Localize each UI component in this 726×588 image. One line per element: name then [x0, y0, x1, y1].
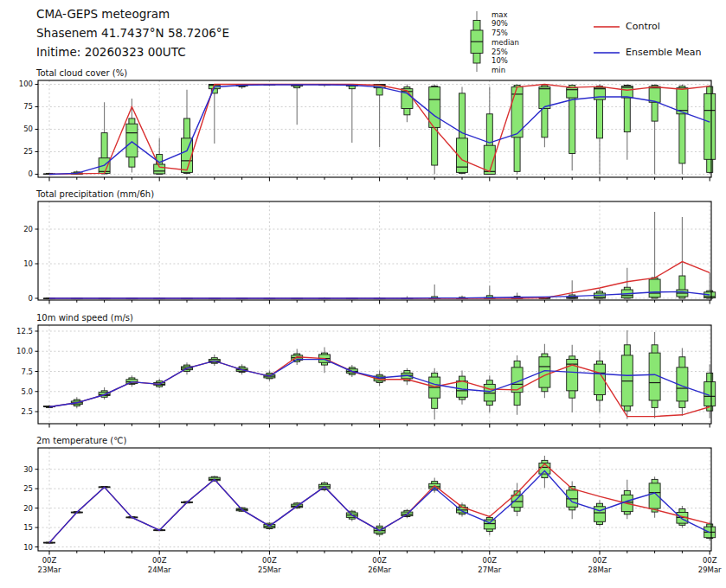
panel-title-precip: Total precipitation (mm/6h) — [35, 189, 154, 199]
control-line-precip — [49, 262, 710, 298]
legend-percentile-label: 25% — [491, 48, 508, 56]
x-tick-hour-label: 00Z — [262, 556, 277, 565]
y-tick-label: 25 — [23, 484, 33, 493]
box-plot — [154, 138, 165, 175]
box-plot — [704, 86, 716, 175]
box-plot — [594, 501, 606, 527]
box-plot — [649, 212, 660, 298]
box-plot — [677, 84, 688, 174]
legend: max90%75%median25%10%min — [471, 10, 620, 74]
box-plot — [457, 502, 468, 516]
y-tick-label: 10 — [23, 259, 33, 268]
y-axis-wind: 2.55.07.510.012.5 — [16, 327, 38, 416]
figure-inittime: Initime: 20260323 00UTC — [36, 45, 186, 59]
y-tick-label: 7.5 — [21, 368, 33, 376]
x-tick-hour-label: 00Z — [42, 556, 57, 565]
y-tick-label: 15 — [23, 523, 33, 532]
x-axis-cloud — [49, 177, 710, 182]
box-plot — [677, 348, 688, 416]
panel-temp: 10152025302m temperature (℃)00Z23Mar00Z2… — [23, 436, 722, 574]
box-plot — [209, 355, 220, 366]
box-plot — [209, 84, 220, 144]
x-tick-hour-label: 00Z — [593, 556, 607, 565]
figure-title: CMA-GEPS meteogram — [36, 7, 170, 21]
panel-title-cloud: Total cloud cover (%) — [35, 68, 127, 78]
panel-precip: 01020Total precipitation (mm/6h) — [23, 189, 716, 304]
y-tick-label: 50 — [23, 125, 33, 133]
x-tick-hour-label: 00Z — [152, 556, 167, 565]
box-plot — [126, 375, 138, 387]
box-plot — [346, 84, 357, 143]
box-plot — [539, 456, 550, 488]
legend-percentile-label: 10% — [491, 56, 508, 65]
y-tick-label: 30 — [23, 465, 33, 474]
panel-cloud: 0255075100Total cloud cover (%) — [19, 68, 716, 182]
meteogram-figure: 0255075100Total cloud cover (%)01020Tota… — [0, 0, 726, 588]
box-plot — [374, 84, 385, 147]
legend-control-label: Control — [626, 21, 660, 32]
x-tick-date-label: 25Mar — [258, 566, 281, 574]
x-axis-wind — [49, 424, 710, 428]
x-tick-hour-label: 00Z — [372, 556, 387, 565]
grid-cloud — [38, 80, 711, 177]
meteogram-chart: 0255075100Total cloud cover (%)01020Tota… — [0, 0, 726, 588]
legend-percentile-label: 90% — [491, 19, 508, 28]
box-plot — [126, 99, 138, 172]
box-plot — [594, 350, 606, 412]
box-plot — [567, 84, 578, 170]
box-plot — [539, 84, 550, 147]
x-tick-hour-label: 00Z — [703, 556, 717, 565]
box-plot — [429, 368, 440, 420]
box-plot — [621, 84, 633, 159]
box-plot — [292, 84, 303, 125]
x-tick-date-label: 29Mar — [698, 566, 722, 574]
box-plot — [567, 482, 578, 520]
y-tick-label: 75 — [23, 102, 33, 111]
box-plot — [429, 284, 440, 298]
y-tick-label: 100 — [19, 80, 33, 88]
x-tick-date-label: 28Mar — [588, 566, 612, 574]
box-plot — [457, 371, 468, 405]
legend-percentile-label: min — [491, 66, 505, 74]
x-axis-temp — [49, 551, 710, 555]
panel-title-wind: 10m wind speed (m/s) — [36, 313, 133, 323]
box-plot — [677, 217, 688, 298]
box-plot — [484, 515, 495, 535]
box-plot — [182, 90, 193, 175]
x-tick-hour-label: 00Z — [482, 556, 497, 565]
legend-percentile-label: median — [491, 38, 519, 47]
y-tick-label: 25 — [23, 147, 33, 156]
y-tick-label: 5.0 — [21, 387, 33, 396]
y-tick-label: 12.5 — [16, 327, 33, 336]
box-plot — [484, 375, 495, 412]
box-plot — [594, 289, 606, 298]
x-tick-date-label: 24Mar — [148, 566, 171, 574]
y-tick-label: 20 — [23, 504, 33, 513]
panel-frame — [38, 80, 711, 177]
box-plot — [484, 286, 495, 298]
box-plot — [567, 345, 578, 412]
y-tick-label: 0 — [29, 294, 33, 303]
x-tick-date-label: 26Mar — [368, 566, 391, 574]
legend-percentile-label: max — [491, 10, 508, 19]
y-tick-label: 20 — [23, 225, 33, 233]
y-tick-label: 2.5 — [21, 407, 33, 416]
panel-title-temp: 2m temperature (℃) — [36, 436, 126, 445]
y-tick-label: 0 — [29, 169, 33, 178]
panel-wind: 2.55.07.510.012.510m wind speed (m/s) — [16, 313, 716, 428]
box-plot — [511, 355, 523, 415]
y-axis-precip: 01020 — [23, 225, 38, 303]
box-plot — [429, 84, 440, 174]
box-plot — [649, 84, 660, 174]
x-axis-precip — [49, 300, 710, 304]
y-axis-temp: 1015202530 — [23, 465, 38, 552]
box-plot — [704, 364, 716, 418]
x-tick-date-label: 27Mar — [478, 566, 501, 574]
figure-location: Shasenem 41.7437°N 58.7206°E — [36, 26, 229, 40]
y-axis-cloud: 0255075100 — [19, 80, 38, 178]
legend-percentile-label: 75% — [491, 29, 508, 37]
legend-mean-label: Ensemble Mean — [626, 47, 701, 58]
y-tick-label: 10.0 — [16, 347, 33, 355]
x-tick-date-label: 23Mar — [38, 566, 61, 574]
y-tick-label: 10 — [23, 543, 33, 552]
